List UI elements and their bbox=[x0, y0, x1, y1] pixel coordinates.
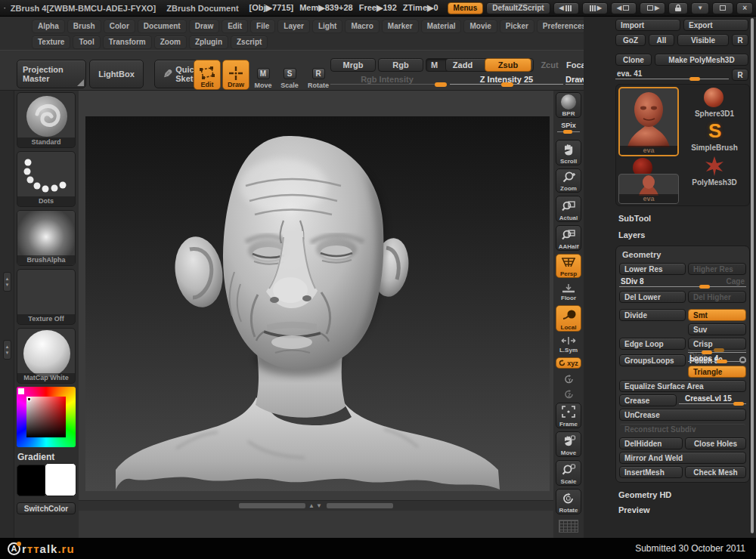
scroll-arrows-icon[interactable]: ▲▼ bbox=[308, 502, 324, 509]
scale-button[interactable]: S Scale bbox=[277, 60, 302, 90]
zoom-button[interactable]: Zoom bbox=[556, 168, 581, 193]
menu-item-transform[interactable]: Transform bbox=[103, 36, 152, 49]
layers-section-header[interactable]: Layers bbox=[618, 230, 750, 239]
material-selector[interactable]: MatCap White bbox=[17, 328, 76, 384]
del-higher-button[interactable]: Del Higher bbox=[688, 291, 746, 303]
texture-selector[interactable]: Texture Off bbox=[17, 269, 76, 325]
all-button[interactable]: All bbox=[649, 34, 674, 46]
xyz-button[interactable]: xyz bbox=[556, 357, 581, 369]
menu-item-file[interactable]: File bbox=[250, 20, 275, 33]
shelf-scale-button[interactable]: Scale bbox=[556, 460, 581, 486]
projection-master-button[interactable]: Projection Master bbox=[17, 60, 86, 88]
zbrush-document[interactable] bbox=[85, 116, 550, 491]
menu-item-edit[interactable]: Edit bbox=[222, 20, 248, 33]
mirror-and-weld-button[interactable]: Mirror And Weld bbox=[619, 452, 746, 464]
menus-button[interactable]: Menus bbox=[448, 2, 484, 14]
spix-track[interactable] bbox=[557, 130, 580, 134]
stroke-selector[interactable]: Dots bbox=[17, 151, 76, 207]
secondary-color-swatch[interactable] bbox=[45, 463, 76, 496]
sphere3d-label[interactable]: Sphere3D1 bbox=[683, 110, 746, 118]
visible-button[interactable]: Visible bbox=[677, 34, 729, 46]
z-intensity-slider[interactable]: Z Intensity 25 bbox=[450, 75, 563, 87]
restore-button[interactable] bbox=[712, 2, 733, 14]
prev-doc-button[interactable]: ◀ bbox=[553, 2, 579, 14]
aahalf-button[interactable]: AAHalf bbox=[556, 225, 581, 251]
menu-item-alpha[interactable]: Alpha bbox=[32, 20, 65, 33]
geometry-section-header[interactable]: Geometry bbox=[622, 250, 746, 259]
canvas-area[interactable] bbox=[79, 91, 553, 500]
equalize-surface-area-button[interactable]: Equalize Surface Area bbox=[619, 380, 746, 392]
main-color-swatch[interactable] bbox=[17, 465, 47, 496]
rotate-button[interactable]: R Rotate bbox=[304, 60, 333, 90]
menu-item-texture[interactable]: Texture bbox=[32, 36, 70, 49]
sdiv-slider[interactable]: SDiv 8 Cage bbox=[619, 277, 746, 289]
slider-knob[interactable] bbox=[717, 360, 727, 363]
current-tool-thumbnail[interactable]: eva bbox=[618, 87, 679, 156]
slider-knob[interactable] bbox=[702, 351, 712, 354]
del-lower-button[interactable]: Del Lower bbox=[619, 291, 686, 303]
edge-loop-button[interactable]: Edge Loop bbox=[619, 338, 686, 350]
export-button[interactable]: Export bbox=[683, 19, 748, 31]
actual-button[interactable]: Actual bbox=[556, 196, 581, 221]
menu-item-layer[interactable]: Layer bbox=[277, 20, 310, 33]
groupsloops-button[interactable]: GroupsLoops bbox=[619, 354, 686, 366]
color-picker[interactable] bbox=[17, 387, 76, 447]
menu-item-color[interactable]: Color bbox=[104, 20, 135, 33]
shelf-move-button[interactable]: Move bbox=[556, 431, 581, 457]
grid-button[interactable] bbox=[556, 517, 581, 535]
menu-item-movie[interactable]: Movie bbox=[463, 20, 497, 33]
scrollbar-bar[interactable] bbox=[327, 503, 393, 508]
scroll-button[interactable]: Scroll bbox=[556, 140, 581, 165]
local-button[interactable]: Local bbox=[556, 305, 581, 331]
slider-knob[interactable] bbox=[501, 82, 513, 87]
rotate-y-button[interactable] bbox=[556, 372, 581, 384]
goz-button[interactable]: GoZ bbox=[615, 34, 646, 46]
close-button[interactable]: × bbox=[736, 2, 753, 14]
mrgb-button[interactable]: Mrgb bbox=[330, 58, 376, 72]
menu-item-zscript[interactable]: Zscript bbox=[231, 36, 268, 49]
slider-knob[interactable] bbox=[435, 82, 447, 87]
draw-button[interactable]: Draw bbox=[222, 60, 249, 90]
tray-collapse-tab[interactable]: ▲▼ bbox=[3, 340, 11, 360]
frame-button[interactable]: Frame bbox=[556, 403, 581, 428]
preview-section-header[interactable]: Preview bbox=[618, 505, 750, 514]
triangle-toggle[interactable]: Triangle bbox=[688, 366, 746, 378]
panel-scrollbar[interactable] bbox=[751, 18, 754, 533]
subtool-section-header[interactable]: SubTool bbox=[618, 214, 750, 223]
menu-item-light[interactable]: Light bbox=[312, 20, 342, 33]
canvas-scrollbar[interactable]: ▲▼ bbox=[79, 500, 553, 511]
lower-res-button[interactable]: Lower Res bbox=[619, 263, 686, 275]
uncrease-button[interactable]: UnCrease bbox=[619, 409, 746, 421]
slider-knob[interactable] bbox=[699, 285, 710, 289]
tray-collapse-tab[interactable]: ▲▼ bbox=[3, 272, 11, 292]
recent-tool-thumbnail[interactable]: eva bbox=[618, 174, 679, 204]
saturation-square[interactable] bbox=[26, 397, 66, 437]
delhidden-button[interactable]: DelHidden bbox=[619, 437, 683, 449]
shelf-rotate-button[interactable]: Rotate bbox=[556, 489, 581, 514]
rgb-button[interactable]: Rgb bbox=[378, 58, 423, 72]
creaselvl-slider[interactable]: CreaseLvl 15 bbox=[679, 394, 746, 406]
r-button-2[interactable]: R bbox=[732, 69, 748, 81]
brush-selector[interactable]: Standard bbox=[17, 92, 76, 148]
geometry-hd-section-header[interactable]: Geometry HD bbox=[618, 490, 750, 499]
import-button[interactable]: Import bbox=[615, 19, 680, 31]
minimize-button[interactable]: ▼ bbox=[691, 2, 709, 14]
zcut-button[interactable]: Zcut bbox=[534, 58, 565, 72]
menu-item-zoom[interactable]: Zoom bbox=[154, 36, 187, 49]
simplebrush-label[interactable]: SimpleBrush bbox=[683, 144, 746, 152]
bpr-button[interactable]: BPR bbox=[556, 92, 581, 118]
polymesh3d-star-icon[interactable] bbox=[704, 156, 725, 177]
menu-item-material[interactable]: Material bbox=[421, 20, 462, 33]
smt-toggle[interactable]: Smt bbox=[688, 309, 746, 321]
insertmesh-button[interactable]: InsertMesh bbox=[619, 466, 683, 478]
menu-item-picker[interactable]: Picker bbox=[500, 20, 534, 33]
prev-window-button[interactable]: ◀ bbox=[611, 2, 637, 14]
lock-button[interactable] bbox=[668, 2, 688, 14]
slider-knob[interactable] bbox=[733, 402, 744, 406]
sphere3d-icon[interactable] bbox=[704, 88, 723, 107]
check-mesh-button[interactable]: Check Mesh bbox=[685, 466, 746, 478]
r-button[interactable]: R bbox=[732, 34, 748, 46]
default-zscript-button[interactable]: DefaultZScript bbox=[486, 2, 550, 14]
rgb-intensity-slider[interactable]: Rgb Intensity bbox=[330, 75, 444, 87]
menu-item-zplugin[interactable]: Zplugin bbox=[189, 36, 228, 49]
